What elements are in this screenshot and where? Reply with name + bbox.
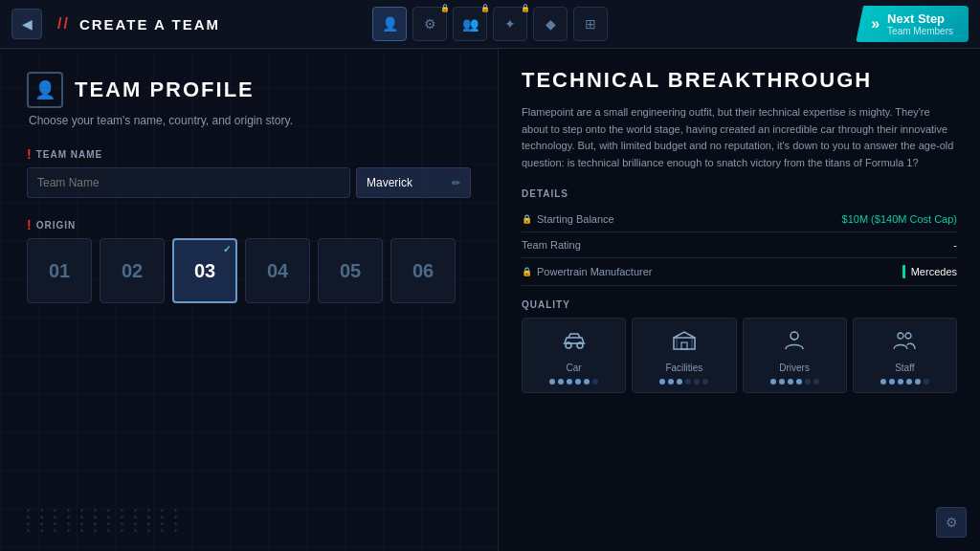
nav-icon-shield[interactable]: ◆ bbox=[533, 7, 568, 41]
back-button[interactable]: ◀ bbox=[11, 9, 42, 39]
team-name-label: ! TEAM NAME bbox=[27, 146, 471, 162]
facilities-label: Facilities bbox=[665, 363, 702, 373]
lock-icon: 🔒 bbox=[480, 4, 490, 13]
team-profile-title: TEAM PROFILE bbox=[75, 77, 255, 102]
origin-grid: 01 02 03 ✓ 04 05 06 bbox=[27, 238, 471, 303]
page-title: CREATE A TEAM bbox=[79, 16, 220, 33]
next-step-button[interactable]: » Next Step Team Members bbox=[856, 6, 969, 42]
tech-title: TECHNICAL BREAKTHROUGH bbox=[522, 68, 957, 93]
staff-icon bbox=[891, 330, 918, 357]
top-bar: ◀ // CREATE A TEAM 👤 ⚙ 🔒 👥 🔒 ✦ 🔒 ◆ ⊞ bbox=[0, 0, 980, 49]
nav-icon-grid[interactable]: ⊞ bbox=[573, 7, 608, 41]
nav-icon-cog[interactable]: ✦ 🔒 bbox=[493, 7, 527, 41]
powertrain-value: Mercedes bbox=[902, 265, 957, 278]
quality-cards: Car bbox=[522, 318, 957, 393]
nav-icon-people[interactable]: 👥 🔒 bbox=[453, 7, 487, 41]
detail-row-balance: 🔒 Starting Balance $10M ($140M Cost Cap) bbox=[522, 207, 957, 232]
svg-point-8 bbox=[898, 333, 903, 339]
detail-row-powertrain: 🔒 Powertrain Manufacturer Mercedes bbox=[522, 258, 957, 286]
svg-point-9 bbox=[905, 333, 911, 339]
nav-icon-person[interactable]: 👤 bbox=[372, 7, 407, 41]
profile-icon: 👤 bbox=[27, 72, 63, 108]
team-profile-header: 👤 TEAM PROFILE bbox=[27, 72, 471, 108]
balance-value: $10M ($140M Cost Cap) bbox=[842, 213, 957, 225]
quality-label: QUALITY bbox=[522, 299, 957, 310]
settings-icon: ⚙ bbox=[946, 515, 958, 530]
lock-icon: 🔒 bbox=[521, 4, 530, 13]
mercedes-bar bbox=[902, 265, 905, 278]
rating-value: - bbox=[953, 239, 957, 251]
car-dots bbox=[549, 379, 598, 385]
main-content: 👤 TEAM PROFILE Choose your team's name, … bbox=[0, 49, 980, 551]
origin-option-03[interactable]: 03 ✓ bbox=[172, 238, 237, 303]
quality-card-drivers: Drivers bbox=[743, 318, 847, 393]
detail-row-rating: Team Rating - bbox=[522, 232, 957, 258]
staff-label: Staff bbox=[895, 363, 914, 373]
origin-option-02[interactable]: 02 bbox=[100, 238, 165, 303]
title-slash: // bbox=[57, 15, 70, 33]
team-profile-subtitle: Choose your team's name, country, and or… bbox=[29, 114, 471, 127]
lock-icon: 🔒 bbox=[522, 214, 532, 224]
origin-option-06[interactable]: 06 bbox=[390, 238, 456, 303]
tech-desc: Flamepoint are a small engineering outfi… bbox=[522, 104, 957, 171]
right-panel: TECHNICAL BREAKTHROUGH Flamepoint are a … bbox=[498, 49, 980, 551]
quality-card-staff: Staff bbox=[853, 318, 957, 393]
center-nav-icons: 👤 ⚙ 🔒 👥 🔒 ✦ 🔒 ◆ ⊞ bbox=[372, 7, 608, 41]
team-name-row: Maverick ✏ bbox=[27, 167, 471, 198]
staff-dots bbox=[880, 379, 929, 385]
facilities-icon bbox=[671, 330, 698, 357]
lock-icon: 🔒 bbox=[522, 267, 532, 276]
car-label: Car bbox=[567, 363, 582, 373]
car-icon bbox=[561, 330, 588, 357]
title-area: // CREATE A TEAM bbox=[57, 15, 220, 33]
decorative-dots bbox=[27, 509, 184, 532]
lock-icon: 🔒 bbox=[440, 4, 450, 13]
origin-option-01[interactable]: 01 bbox=[27, 238, 92, 303]
next-step-text: Next Step Team Members bbox=[887, 11, 953, 36]
quality-card-car: Car bbox=[522, 318, 626, 393]
next-step-arrows: » bbox=[871, 15, 880, 33]
origin-option-05[interactable]: 05 bbox=[318, 238, 383, 303]
nav-icon-gear[interactable]: ⚙ 🔒 bbox=[412, 7, 447, 41]
quality-card-facilities: Facilities bbox=[632, 318, 736, 393]
svg-rect-4 bbox=[681, 342, 687, 349]
edit-icon[interactable]: ✏ bbox=[452, 177, 460, 189]
left-panel: 👤 TEAM PROFILE Choose your team's name, … bbox=[0, 49, 498, 551]
drivers-icon bbox=[781, 330, 808, 357]
check-icon: ✓ bbox=[223, 244, 231, 254]
drivers-dots bbox=[770, 379, 819, 385]
team-name-value-display: Maverick ✏ bbox=[356, 167, 471, 198]
origin-option-04[interactable]: 04 bbox=[245, 238, 310, 303]
origin-label: ! ORIGIN bbox=[27, 217, 471, 232]
details-label: DETAILS bbox=[522, 188, 957, 199]
facilities-dots bbox=[659, 379, 708, 385]
team-name-input[interactable] bbox=[27, 167, 350, 198]
settings-button[interactable]: ⚙ bbox=[936, 507, 967, 538]
drivers-label: Drivers bbox=[779, 363, 810, 373]
